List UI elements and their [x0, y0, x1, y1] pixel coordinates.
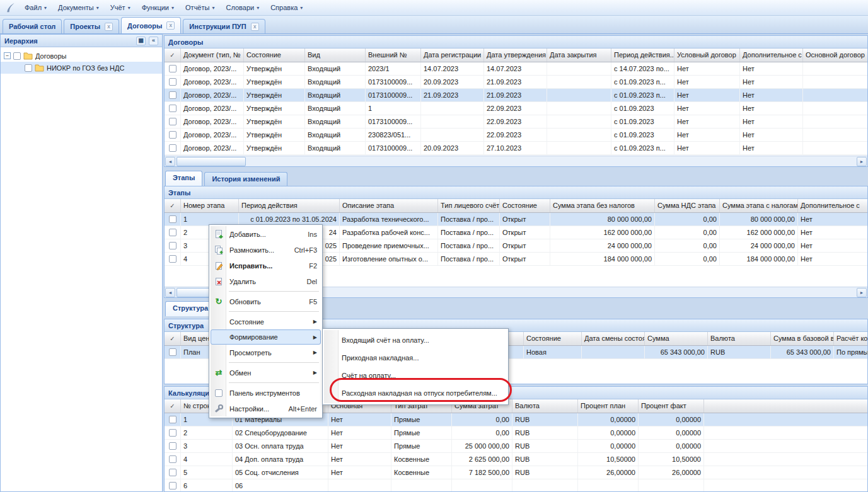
- horizontal-scrollbar[interactable]: ◄ ►: [165, 156, 867, 166]
- table-row[interactable]: Договор, 2023/...УтверждёнВходящий2023/1…: [165, 62, 867, 76]
- menu-item-state[interactable]: Состояние ▶: [211, 314, 321, 329]
- column-header[interactable]: Период действия: [239, 199, 340, 212]
- table-row[interactable]: 202 СпецоборудованиеНетПрямые0,00RUB0,00…: [165, 426, 867, 440]
- table-row[interactable]: 505 Соц. отчисленияНетКосвенные7 182 500…: [165, 466, 867, 479]
- menu-item-duplicate[interactable]: Размножить... Ctrl+F3: [211, 242, 321, 258]
- column-header[interactable]: Вид: [305, 49, 366, 62]
- select-all-header[interactable]: ✓: [165, 199, 181, 212]
- checkbox-icon[interactable]: [169, 144, 176, 152]
- menu-dictionaries[interactable]: Словари▾: [220, 2, 265, 13]
- table-row[interactable]: 303 Осн. оплата трудаНетПрямые25 000 000…: [165, 440, 867, 453]
- menu-item-generation[interactable]: Формирование ▶: [211, 329, 321, 345]
- row-checkbox[interactable]: [165, 76, 181, 88]
- menu-item-exchange[interactable]: ⇄ Обмен ▶: [211, 365, 321, 380]
- table-row[interactable]: Договор, 2023/...УтверждёнВходящий122.09…: [165, 102, 867, 115]
- tree-checkbox[interactable]: [25, 64, 32, 72]
- close-icon[interactable]: x: [166, 21, 175, 30]
- select-all-header[interactable]: ✓: [165, 399, 181, 413]
- checkbox-icon[interactable]: [169, 455, 176, 463]
- column-header[interactable]: Валюта: [708, 332, 771, 345]
- tree-item-niokr[interactable]: НИОКР по ГОЗ без НДС: [1, 62, 162, 74]
- column-header[interactable]: Описание этапа: [340, 199, 438, 212]
- tab-desktop[interactable]: Рабочий стол: [3, 19, 62, 33]
- row-checkbox[interactable]: [165, 453, 181, 466]
- menu-item-refresh[interactable]: ↻ Обновить F5: [211, 294, 321, 309]
- column-header[interactable]: Дополнительное с: [740, 49, 803, 62]
- column-header[interactable]: Процент план: [578, 399, 639, 413]
- checkbox-icon[interactable]: [169, 131, 176, 139]
- collapse-panel-icon[interactable]: «: [149, 37, 158, 45]
- column-header[interactable]: Состояние: [524, 332, 582, 345]
- column-header[interactable]: Валюта: [512, 399, 578, 413]
- checkbox-icon[interactable]: [169, 78, 176, 86]
- menu-item-toolbar-toggle[interactable]: Панель инструментов: [211, 385, 321, 401]
- submenu-item-incoming-invoice[interactable]: Входящий счёт на оплату...: [324, 331, 507, 349]
- menu-file[interactable]: Файл▾: [19, 2, 52, 13]
- column-header[interactable]: Внешний №: [366, 49, 421, 62]
- checkbox-icon[interactable]: [169, 229, 176, 236]
- column-header[interactable]: Дополнительное с: [798, 199, 867, 212]
- table-row[interactable]: Договор, 2023/...УтверждёнВходящий230823…: [165, 129, 867, 142]
- column-header[interactable]: Тип лицевого счёт: [438, 199, 500, 212]
- table-row[interactable]: 606: [165, 479, 867, 491]
- row-checkbox[interactable]: [165, 142, 181, 154]
- column-header[interactable]: Дата утверждения: [484, 49, 547, 62]
- scrollbar-track[interactable]: [175, 157, 857, 166]
- column-header[interactable]: Период действия...: [611, 49, 674, 62]
- column-header[interactable]: Сумма этапа без налогов: [550, 199, 655, 212]
- column-header[interactable]: Дата смены состоя: [582, 332, 645, 345]
- menu-item-delete[interactable]: Удалить Del: [211, 273, 321, 289]
- checkbox-icon[interactable]: [169, 91, 176, 99]
- row-checkbox[interactable]: [165, 426, 181, 439]
- column-header[interactable]: Номер этапа: [181, 199, 239, 212]
- row-checkbox[interactable]: [165, 62, 181, 75]
- scroll-right-icon[interactable]: ►: [857, 157, 867, 166]
- checkbox-icon[interactable]: [169, 118, 176, 125]
- menu-reports[interactable]: Отчёты▾: [180, 2, 220, 13]
- menu-accounting[interactable]: Учёт▾: [105, 2, 136, 13]
- scroll-left-icon[interactable]: ◄: [165, 157, 175, 166]
- tree-checkbox[interactable]: [13, 52, 21, 60]
- table-row[interactable]: 404 Доп. оплата трудаНетКосвенные2 625 0…: [165, 453, 867, 466]
- column-header[interactable]: Сумма НДС этапа: [655, 199, 720, 212]
- column-header[interactable]: Дата закрытия: [547, 49, 611, 62]
- tab-contracts[interactable]: Договорыx: [121, 17, 181, 33]
- row-checkbox[interactable]: [165, 413, 181, 426]
- row-checkbox[interactable]: [165, 253, 181, 265]
- table-row[interactable]: Договор, 2023/...УтверждёнВходящий017310…: [165, 76, 867, 89]
- columns-icon[interactable]: ▦: [136, 37, 146, 45]
- menu-item-view[interactable]: Просмотреть ▶: [211, 345, 321, 360]
- checkbox-icon[interactable]: [169, 242, 176, 249]
- submenu-item-expense-note[interactable]: Расходная накладная на отпуск потребител…: [324, 384, 507, 402]
- checkbox-icon[interactable]: [169, 429, 176, 437]
- tab-structure[interactable]: Структура: [165, 301, 216, 316]
- tab-history[interactable]: История изменений: [204, 172, 287, 186]
- menu-functions[interactable]: Функции▾: [136, 2, 180, 13]
- checkbox-icon[interactable]: [169, 215, 176, 223]
- checkbox-icon[interactable]: [169, 482, 176, 489]
- select-all-header[interactable]: ✓: [165, 49, 181, 62]
- close-icon[interactable]: x: [105, 23, 113, 31]
- row-checkbox[interactable]: [165, 129, 181, 141]
- checkbox-icon[interactable]: [169, 255, 176, 263]
- checkbox-icon[interactable]: [169, 469, 176, 476]
- table-row[interactable]: Договор, 2023/...УтверждёнВходящий017310…: [165, 142, 867, 155]
- column-header[interactable]: Дата регистрации: [421, 49, 484, 62]
- tree-item-contracts[interactable]: − Договоры: [1, 50, 162, 62]
- tab-stages[interactable]: Этапы: [165, 171, 202, 186]
- table-row[interactable]: Договор, 2023/...УтверждёнВходящий017310…: [165, 115, 867, 129]
- column-header[interactable]: Состояние: [244, 49, 305, 62]
- column-header[interactable]: [704, 399, 867, 413]
- row-checkbox[interactable]: [165, 440, 181, 452]
- tab-projects[interactable]: Проектыx: [64, 19, 119, 33]
- menu-item-settings[interactable]: Настройки... Alt+Enter: [211, 401, 321, 416]
- submenu-item-payment-invoice[interactable]: Счёт на оплату...: [324, 367, 507, 384]
- checkbox-icon[interactable]: [169, 65, 176, 72]
- checkbox-icon[interactable]: [169, 348, 176, 356]
- row-checkbox[interactable]: [165, 115, 181, 128]
- row-checkbox[interactable]: [165, 102, 181, 115]
- checkbox-icon[interactable]: [169, 416, 176, 423]
- row-checkbox[interactable]: [165, 346, 181, 358]
- column-header[interactable]: Документ (тип, №: [181, 49, 244, 62]
- tab-pup-instructions[interactable]: Инструкции ПУПx: [183, 19, 265, 33]
